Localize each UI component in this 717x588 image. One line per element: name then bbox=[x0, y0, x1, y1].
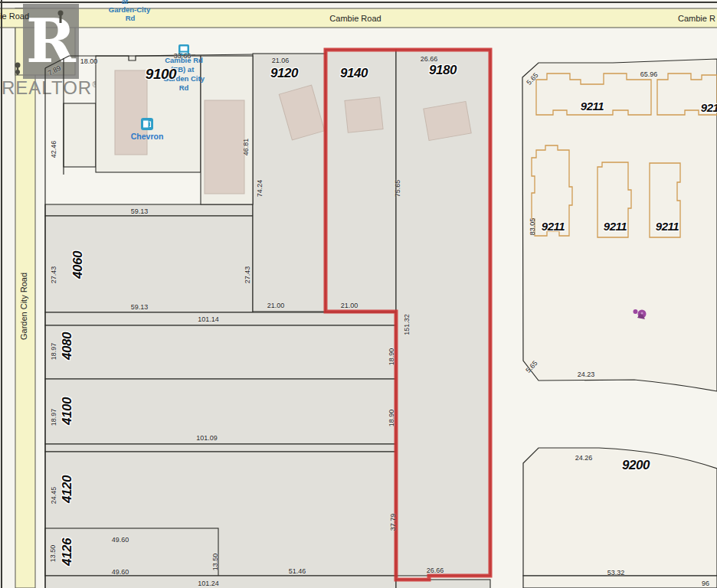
road-layer bbox=[0, 0, 717, 588]
realtor-logo-letter: R bbox=[26, 7, 76, 76]
parcel-map-canvas[interactable]: R REALTOR® bbox=[0, 0, 717, 588]
cambie-road-band bbox=[0, 8, 717, 28]
realtor-logo: R bbox=[23, 4, 79, 79]
realtor-wordmark: REALTOR® bbox=[2, 77, 101, 99]
registered-mark: ® bbox=[92, 80, 98, 89]
map-background bbox=[0, 0, 717, 588]
